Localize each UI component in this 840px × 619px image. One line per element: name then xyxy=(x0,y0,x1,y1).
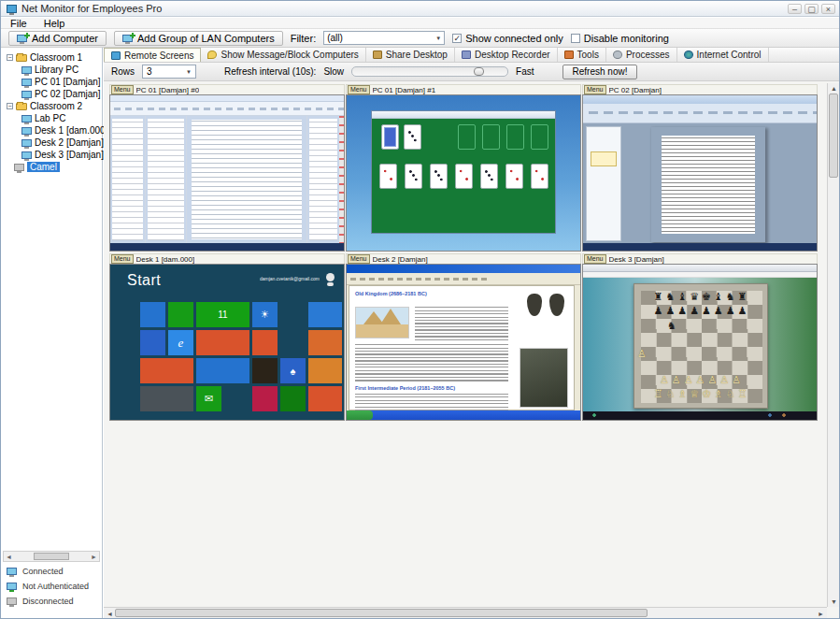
panel-menu-button[interactable]: Menu xyxy=(584,254,606,264)
taskbar xyxy=(583,411,817,420)
close-button[interactable]: × xyxy=(821,4,835,14)
tree-item-pc01[interactable]: PC 01 [Damjan] xyxy=(1,76,102,88)
slow-label: Slow xyxy=(323,66,344,77)
gear-icon xyxy=(613,50,622,59)
refresh-interval-slider[interactable] xyxy=(351,66,508,77)
filter-dropdown[interactable]: (all) ▼ xyxy=(323,31,445,45)
main-area: Remote Screens Show Message/Block Comput… xyxy=(104,48,839,618)
scrollbar-thumb[interactable] xyxy=(115,609,648,617)
show-connected-checkbox[interactable]: ✓ Show connected only xyxy=(452,33,563,44)
vertical-scrollbar[interactable]: ▲ ▼ xyxy=(827,83,839,607)
legend-connected: Connected xyxy=(7,564,100,579)
tab-processes[interactable]: Processes xyxy=(606,48,677,62)
view-controls: Rows 3 ▼ Refresh interval (10s): Slow Fa… xyxy=(104,63,839,81)
remote-screen-thumbnail[interactable] xyxy=(582,94,818,252)
horizontal-scrollbar[interactable]: ◄ ► xyxy=(104,607,827,618)
tree-item-pc02[interactable]: PC 02 [Damjan] xyxy=(1,88,102,100)
tree-group-classroom2[interactable]: − Classroom 2 xyxy=(1,100,102,112)
remote-screen-thumbnail[interactable]: ♜♞♝♛♚♝♞♜ ♟♟♟♟♟♟♟♟ ♞ ♙ ♙♙♙♙♙♙♙ ♖♘♗♕♔♗♘♖ xyxy=(582,264,818,421)
xbox-tile xyxy=(280,386,306,411)
disable-monitoring-checkbox[interactable]: Disable monitoring xyxy=(571,33,669,44)
tree-item-desk1[interactable]: Desk 1 [dam.000] xyxy=(1,124,102,137)
panel-title: Desk 1 [dam.000] xyxy=(136,255,195,264)
sidebar-horizontal-scrollbar[interactable]: ◄ ► xyxy=(3,551,100,562)
folder-icon xyxy=(16,103,27,110)
main-toolbar: Add Computer Add Group of LAN Computers … xyxy=(1,29,839,48)
palette-stone-image xyxy=(527,294,542,316)
refresh-interval-label: Refresh interval (10s): xyxy=(224,66,316,77)
share-desktop-icon xyxy=(373,50,382,59)
remote-screen-thumbnail[interactable] xyxy=(109,94,345,252)
maximize-button[interactable]: ▢ xyxy=(804,4,819,14)
news-tile xyxy=(308,386,342,411)
tab-desktop-recorder[interactable]: Desktop Recorder xyxy=(455,48,558,62)
panel-menu-button[interactable]: Menu xyxy=(348,254,370,264)
tab-share-desktop[interactable]: Share Desktop xyxy=(366,48,455,62)
black-back-rank: ♜♞♝♛♚♝♞♜ xyxy=(641,292,762,302)
tree-item-desk2[interactable]: Desk 2 [Damjan] xyxy=(1,137,102,149)
computer-icon xyxy=(21,115,32,122)
remote-screen-thumbnail[interactable]: Old Kingdom (2686–2181 BC) First Interme… xyxy=(346,264,581,421)
white-pawns: ♙♙♙♙♙♙♙ xyxy=(641,375,762,385)
scroll-left-icon[interactable]: ◄ xyxy=(4,554,12,560)
skydrive-tile xyxy=(140,330,165,355)
minimize-button[interactable]: – xyxy=(788,4,802,14)
maps-tile xyxy=(308,302,342,327)
messaging-tile xyxy=(196,358,249,383)
remote-screen-thumbnail[interactable]: Start damjan.cvetanik@gmail.com 11 ☀ e ♠ xyxy=(109,264,345,421)
start-button xyxy=(347,410,373,420)
scroll-down-icon[interactable]: ▼ xyxy=(831,598,837,605)
chevron-down-icon: ▼ xyxy=(435,36,441,41)
tree-item-desk3[interactable]: Desk 3 [Damjan] xyxy=(1,149,102,161)
tree-group-classroom1[interactable]: − Classroom 1 xyxy=(1,51,102,64)
scrollbar-thumb[interactable] xyxy=(34,553,69,560)
app-window: Net Monitor for Employees Pro – ▢ × File… xyxy=(0,0,840,619)
tab-tools[interactable]: Tools xyxy=(558,48,606,62)
scroll-right-icon[interactable]: ► xyxy=(818,611,824,617)
panel-menu-button[interactable]: Menu xyxy=(348,85,370,94)
add-computer-icon xyxy=(17,35,27,42)
rows-dropdown[interactable]: 3 ▼ xyxy=(142,65,196,79)
refresh-now-button[interactable]: Refresh now! xyxy=(562,65,638,79)
add-computer-button[interactable]: Add Computer xyxy=(8,31,107,46)
people-tile xyxy=(252,330,278,355)
disconnected-computer-icon xyxy=(7,597,17,605)
panel-menu-button[interactable]: Menu xyxy=(584,85,606,94)
taskbar xyxy=(583,243,817,251)
calendar-tile: 11 xyxy=(196,302,249,327)
menu-help[interactable]: Help xyxy=(42,18,67,29)
panel-menu-button[interactable]: Menu xyxy=(111,85,134,94)
chevron-down-icon: ▼ xyxy=(186,69,192,75)
panel-menu-button[interactable]: Menu xyxy=(111,254,134,264)
add-group-button[interactable]: Add Group of LAN Computers xyxy=(114,31,283,46)
scrollbar-thumb[interactable] xyxy=(829,94,838,178)
black-knight: ♞ xyxy=(667,321,676,331)
recorder-icon xyxy=(462,50,471,59)
menu-file[interactable]: File xyxy=(8,18,29,29)
scroll-left-icon[interactable]: ◄ xyxy=(107,611,113,617)
tab-show-message[interactable]: Show Message/Block Computers xyxy=(201,48,365,62)
scroll-up-icon[interactable]: ▲ xyxy=(831,85,837,92)
panel-title: Desk 2 [Damjan] xyxy=(373,255,428,264)
white-pawn-advanced: ♙ xyxy=(637,349,647,359)
tree-item-library-pc[interactable]: Library PC xyxy=(1,64,102,76)
app-icon xyxy=(7,5,17,13)
tab-remote-screens[interactable]: Remote Screens xyxy=(104,48,201,62)
tab-internet-control[interactable]: Internet Control xyxy=(677,48,769,62)
remote-screen-thumbnail[interactable] xyxy=(346,94,581,252)
article-heading: Old Kingdom (2686–2181 BC) xyxy=(355,291,427,296)
checkbox-unchecked-icon xyxy=(571,34,580,43)
slider-thumb[interactable] xyxy=(474,67,484,76)
computer-icon xyxy=(21,79,32,86)
games-tile xyxy=(168,302,193,327)
solitaire-window xyxy=(371,110,556,234)
collapse-icon[interactable]: − xyxy=(7,103,13,109)
screen-panel-desk2: Menu Desk 2 [Damjan] Old Kingdom (2686–2… xyxy=(346,253,581,421)
solitaire-tile: ♠ xyxy=(280,358,306,383)
computer-icon xyxy=(21,151,32,159)
folder-icon xyxy=(16,54,27,62)
collapse-icon[interactable]: − xyxy=(7,54,13,61)
scroll-right-icon[interactable]: ► xyxy=(91,554,99,560)
tree-item-lab-pc[interactable]: Lab PC xyxy=(1,112,102,124)
tree-item-camel[interactable]: Camel xyxy=(1,161,102,173)
